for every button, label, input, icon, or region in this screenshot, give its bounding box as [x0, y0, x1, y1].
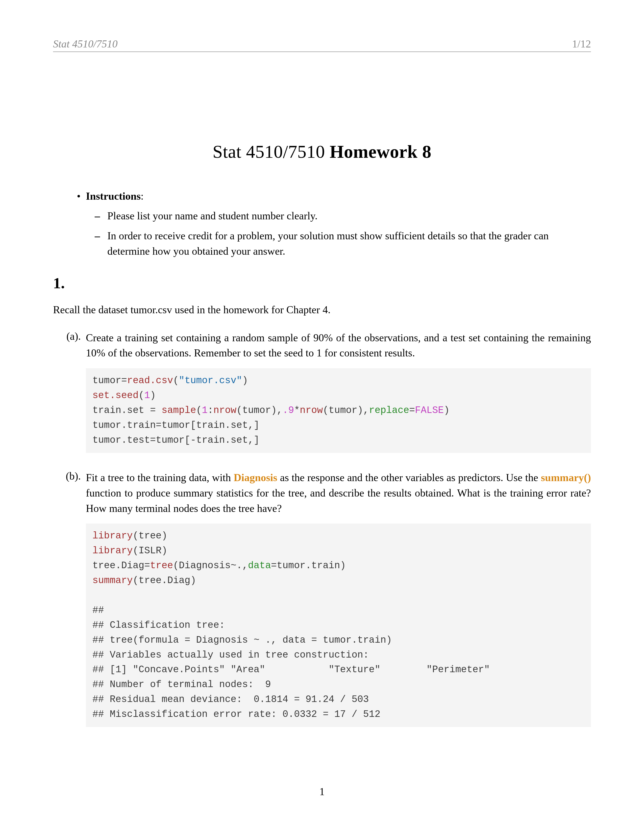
instructions-list: Instructions: Please list your name and … [53, 190, 591, 259]
question-list: (a). Create a training set containing a … [53, 330, 591, 729]
content: Stat 4510/7510 Homework 8 Instructions: … [53, 142, 591, 744]
page: Stat 4510/7510 1/12 Stat 4510/7510 Homew… [0, 0, 644, 833]
question-body: Create a training set containing a rando… [86, 330, 591, 455]
question-label: (a). [53, 330, 86, 455]
section-intro: Recall the dataset tumor.csv used in the… [53, 302, 591, 318]
question-body: Fit a tree to the training data, with Di… [86, 470, 591, 729]
page-title: Stat 4510/7510 Homework 8 [53, 142, 591, 162]
page-header: Stat 4510/7510 1/12 [53, 38, 591, 52]
code-block-b: library(tree) library(ISLR) tree.Diag=tr… [86, 524, 591, 727]
instructions-label: Instructions [86, 190, 141, 202]
footer-page-number: 1 [0, 786, 644, 798]
title-prefix: Stat 4510/7510 [213, 142, 330, 162]
instructions-item: Instructions: Please list your name and … [86, 190, 591, 259]
question-text: Fit a tree to the training data, with Di… [86, 470, 591, 516]
question-a: (a). Create a training set containing a … [53, 330, 591, 455]
title-bold: Homework 8 [330, 142, 431, 162]
highlight-diagnosis: Diagnosis [233, 472, 277, 483]
instruction-line: Please list your name and student number… [107, 208, 591, 224]
section-number: 1. [53, 274, 591, 292]
header-page-of: 1/12 [572, 38, 591, 50]
question-b: (b). Fit a tree to the training data, wi… [53, 470, 591, 729]
highlight-summary: summary() [541, 472, 591, 483]
header-course: Stat 4510/7510 [53, 38, 118, 50]
question-text: Create a training set containing a rando… [86, 330, 591, 361]
instructions-sublist: Please list your name and student number… [86, 208, 591, 259]
question-label: (b). [53, 470, 86, 729]
code-block-a: tumor=read.csv("tumor.csv") set.seed(1) … [86, 368, 591, 453]
instruction-line: In order to receive credit for a problem… [107, 228, 591, 259]
